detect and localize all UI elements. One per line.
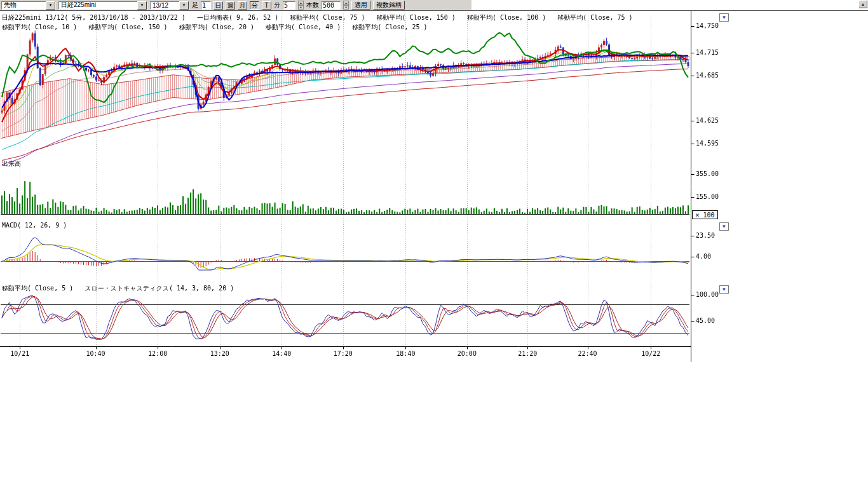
stochastics-panel-dropdown-icon[interactable]: ▼ [719,285,729,294]
macd-panel-dropdown-icon[interactable]: ▼ [719,222,729,231]
chart-canvas[interactable] [0,0,868,488]
price-panel-dropdown-icon[interactable]: ▼ [719,13,729,22]
